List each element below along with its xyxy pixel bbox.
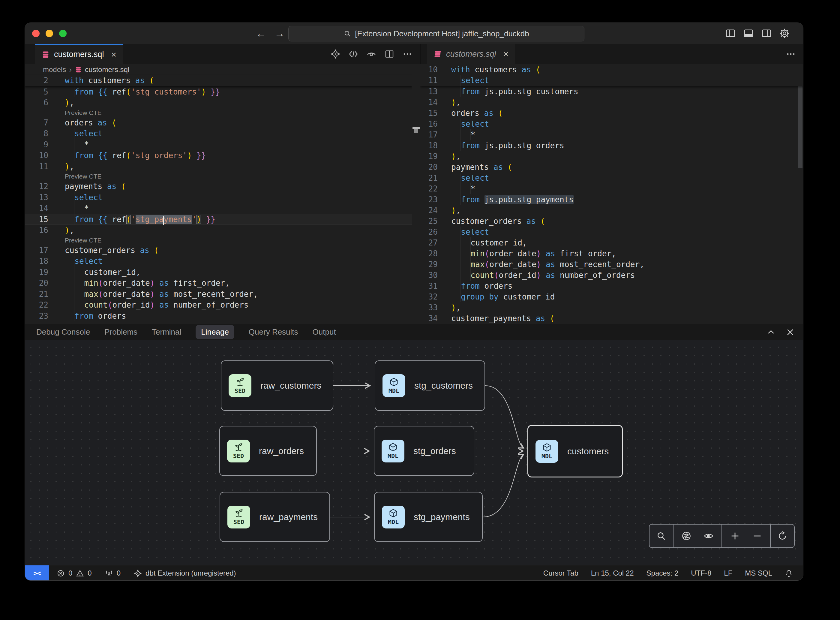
more-actions-icon[interactable] xyxy=(402,49,413,59)
status-item-utf-8[interactable]: UTF-8 xyxy=(691,569,711,577)
panel-tab-problems[interactable]: Problems xyxy=(104,327,137,337)
panel-tab-debug-console[interactable]: Debug Console xyxy=(36,327,90,337)
status-item-cursor-tab[interactable]: Cursor Tab xyxy=(543,569,579,577)
code-line[interactable]: 32group by customer_id xyxy=(420,291,803,302)
lineage-node-stg_orders[interactable]: MDLstg_orders xyxy=(374,426,474,476)
refresh-icon[interactable] xyxy=(777,531,787,541)
codelens-line[interactable]: Preview CTE xyxy=(25,172,412,181)
code-line[interactable]: 14* xyxy=(25,203,412,214)
code-line[interactable]: 16), xyxy=(25,225,412,236)
code-line[interactable]: 13select xyxy=(25,192,412,203)
lineage-node-raw_customers[interactable]: SEDraw_customers xyxy=(221,360,333,411)
remote-indicator[interactable]: >< xyxy=(25,565,49,581)
close-tab-icon[interactable]: × xyxy=(111,50,117,60)
tab-customers-sql-compiled[interactable]: customers.sql × xyxy=(427,44,515,64)
zoom-out-icon[interactable] xyxy=(752,531,762,541)
code-line[interactable]: 22count(order_id) as number_of_orders xyxy=(25,299,412,311)
more-actions-icon[interactable] xyxy=(786,49,796,59)
code-line[interactable]: 10from {{ ref('stg_orders') }} xyxy=(25,150,412,161)
dbt-icon[interactable] xyxy=(330,49,341,59)
status-item-ln-15-col-22[interactable]: Ln 15, Col 22 xyxy=(591,569,634,577)
status-item[interactable]: dbt Extension (unregistered) xyxy=(134,569,236,577)
code-line[interactable]: 24), xyxy=(420,205,803,216)
code-icon[interactable] xyxy=(348,49,359,59)
code-line[interactable]: 15orders as ( xyxy=(420,108,803,119)
status-item[interactable]: 0 xyxy=(105,569,120,577)
settings-gear-icon[interactable] xyxy=(779,28,790,39)
panel-tab-terminal[interactable]: Terminal xyxy=(152,327,181,337)
layout-sidebar-right-icon[interactable] xyxy=(761,28,772,39)
close-icon[interactable] xyxy=(786,328,795,337)
code-line[interactable]: 7orders as ( xyxy=(25,117,412,128)
lineage-node-customers[interactable]: MDLcustomers xyxy=(527,425,623,477)
code-line[interactable]: 16select xyxy=(420,119,803,129)
code-line[interactable]: 18from js.pub.stg_orders xyxy=(420,140,803,151)
layout-sidebar-left-icon[interactable] xyxy=(725,28,736,39)
code-line[interactable]: 10with customers as ( xyxy=(420,64,803,75)
lineage-node-stg_payments[interactable]: MDLstg_payments xyxy=(374,492,483,542)
code-line[interactable]: 25customer_orders as ( xyxy=(420,216,803,227)
code-line[interactable]: 2with customers as ( xyxy=(25,75,412,86)
code-line[interactable]: 23from js.pub.stg_payments xyxy=(420,194,803,205)
code-line[interactable]: 30count(order_id) as number_of_orders xyxy=(420,270,803,281)
back-icon[interactable]: ← xyxy=(256,28,266,39)
code-line[interactable]: 31from orders xyxy=(420,281,803,291)
code-line[interactable]: 11select xyxy=(420,75,803,86)
preview-eye-icon[interactable] xyxy=(366,49,377,59)
code-line[interactable]: 26select xyxy=(420,227,803,237)
split-editor-icon[interactable] xyxy=(384,49,395,59)
maximize-window-button[interactable] xyxy=(59,30,67,37)
status-item-ms-sql[interactable]: MS SQL xyxy=(745,569,772,577)
close-tab-icon[interactable]: × xyxy=(503,49,509,59)
panel-tab-query-results[interactable]: Query Results xyxy=(249,327,298,337)
code-line[interactable]: 8select xyxy=(25,128,412,139)
code-line[interactable]: 33), xyxy=(420,302,803,313)
code-line[interactable]: 28min(order_date) as first_order, xyxy=(420,248,803,259)
compiled-editor[interactable]: 10with customers as (11select 13from js.… xyxy=(420,64,803,324)
code-line[interactable]: 27customer_id, xyxy=(420,237,803,248)
breadcrumb-folder[interactable]: models xyxy=(43,65,66,74)
tab-customers-sql[interactable]: customers.sql × xyxy=(35,44,123,64)
codelens-line[interactable]: Preview CTE xyxy=(25,108,412,117)
code-line[interactable]: 20min(order_date) as first_order, xyxy=(25,278,412,289)
code-line[interactable]: 15from {{ ref('stg_payments') }} xyxy=(25,214,412,225)
bell-icon[interactable] xyxy=(785,569,793,577)
eye-icon[interactable] xyxy=(703,531,714,541)
code-line[interactable]: 19), xyxy=(420,151,803,162)
command-center-search[interactable]: [Extension Development Host] jaffle_shop… xyxy=(288,26,585,41)
panel-tab-output[interactable]: Output xyxy=(313,327,336,337)
lineage-canvas[interactable]: SEDraw_customersMDLstg_customersSEDraw_o… xyxy=(25,340,803,565)
source-editor[interactable]: models › customers.sql 2with customers a… xyxy=(25,64,412,324)
minimize-window-button[interactable] xyxy=(46,30,53,37)
close-window-button[interactable] xyxy=(32,30,40,37)
code-line[interactable]: 6), xyxy=(25,97,412,108)
chevron-up-icon[interactable] xyxy=(766,328,775,337)
zoom-in-icon[interactable] xyxy=(730,531,740,541)
overview-ruler[interactable] xyxy=(412,64,421,324)
status-item-lf[interactable]: LF xyxy=(724,569,732,577)
code-line[interactable]: 21select xyxy=(420,173,803,184)
status-item[interactable]: 00 xyxy=(57,569,92,577)
code-line[interactable]: 17customer_orders as ( xyxy=(25,245,412,256)
code-line[interactable]: 11), xyxy=(25,161,412,172)
code-line[interactable]: 17* xyxy=(420,129,803,140)
code-line[interactable]: 23from orders xyxy=(25,311,412,322)
aperture-icon[interactable] xyxy=(681,531,691,541)
lineage-node-raw_payments[interactable]: SEDraw_payments xyxy=(219,492,330,542)
panel-tab-lineage[interactable]: Lineage xyxy=(195,325,234,339)
code-line[interactable]: 12payments as ( xyxy=(25,181,412,192)
code-line[interactable]: 29max(order_date) as most_recent_order, xyxy=(420,259,803,270)
lineage-node-raw_orders[interactable]: SEDraw_orders xyxy=(219,426,317,476)
code-line[interactable]: 13from js.pub.stg_customers xyxy=(420,86,803,97)
code-line[interactable]: 14), xyxy=(420,97,803,108)
breadcrumb-file[interactable]: customers.sql xyxy=(85,65,129,74)
lineage-node-stg_customers[interactable]: MDLstg_customers xyxy=(375,360,485,411)
code-line[interactable]: 5from {{ ref('stg_customers') }} xyxy=(25,86,412,98)
code-line[interactable]: 18select xyxy=(25,256,412,267)
status-item-spaces-2[interactable]: Spaces: 2 xyxy=(646,569,679,577)
forward-icon[interactable]: → xyxy=(275,28,285,39)
search-icon[interactable] xyxy=(656,531,666,541)
layout-panel-icon[interactable] xyxy=(743,28,754,39)
breadcrumb[interactable]: models › customers.sql xyxy=(25,64,412,75)
code-line[interactable]: 9* xyxy=(25,139,412,150)
